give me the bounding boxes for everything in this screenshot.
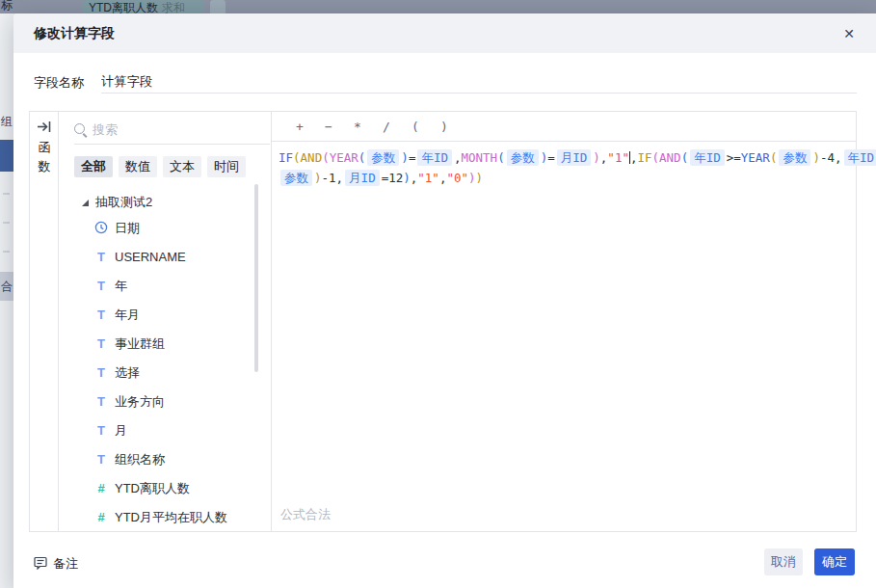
operator-button[interactable]: ) <box>435 112 454 142</box>
field-label: YTD离职人数 <box>115 481 190 495</box>
formula-token: IF <box>637 150 651 165</box>
formula-token: ) <box>314 171 322 185</box>
formula-token: = <box>409 150 416 165</box>
field-item[interactable]: T年 <box>93 272 127 301</box>
confirm-button[interactable]: 确定 <box>814 548 855 575</box>
note-link[interactable]: 备注 <box>34 555 78 573</box>
field-label: 日期 <box>115 221 140 235</box>
search-icon <box>74 123 85 134</box>
formula-token: ( <box>770 150 778 165</box>
tab-全部[interactable]: 全部 <box>74 156 113 177</box>
field-item[interactable]: #YTD离职人数 <box>93 474 190 503</box>
formula-token: ) <box>468 171 476 185</box>
field-item[interactable]: T选择 <box>93 359 140 388</box>
field-token: 参数 <box>367 149 399 166</box>
text-field-icon: T <box>93 388 109 416</box>
formula-token: "0" <box>446 171 468 185</box>
formula-token: , <box>454 150 462 165</box>
screen: 标 YTD离职人数求和 组 合 修改计算字段 ✕ 字段名称 <box>0 0 876 588</box>
expand-panel-icon[interactable] <box>37 120 52 134</box>
operator-button[interactable]: / <box>377 112 396 142</box>
close-icon[interactable]: ✕ <box>840 25 858 42</box>
field-item[interactable]: 日期 <box>93 214 140 243</box>
formula-token: ) <box>476 171 484 185</box>
field-item[interactable]: T业务方向 <box>93 388 165 416</box>
formula-token: AND <box>659 150 681 165</box>
tree-node-dataset[interactable]: 抽取测试2 <box>82 191 152 214</box>
tab-时间[interactable]: 时间 <box>207 156 246 177</box>
operator-button[interactable]: ( <box>406 112 425 142</box>
formula-token: >= <box>727 150 741 165</box>
text-field-icon: T <box>93 359 109 388</box>
tab-数值[interactable]: 数值 <box>119 156 157 177</box>
field-name-row: 字段名称 <box>34 71 857 94</box>
dialog-footer: 备注 取消 确定 <box>13 532 876 588</box>
formula-token: YEAR <box>741 150 770 165</box>
field-name-input[interactable] <box>101 71 857 94</box>
formula-token: -4, <box>820 150 842 165</box>
field-item[interactable]: T年月 <box>93 301 140 330</box>
field-label: 年月 <box>115 307 140 322</box>
search-placeholder: 搜索 <box>93 121 118 139</box>
background-left-panel: 组 合 <box>0 13 13 588</box>
formula-pane: +−*/() IF(AND(YEAR(参数)=年ID,MONTH(参数)=月ID… <box>272 112 856 531</box>
formula-editor[interactable]: IF(AND(YEAR(参数)=年ID,MONTH(参数)=月ID),"1",I… <box>279 147 850 502</box>
field-token: 月ID <box>345 170 380 186</box>
formula-line: 参数)-1,月ID=12),"1","0")) <box>279 168 850 188</box>
formula-validity-status: 公式合法 <box>280 506 331 523</box>
formula-token: ) <box>593 150 600 165</box>
background-partial-text: 标 <box>1 0 13 13</box>
note-icon <box>34 556 47 570</box>
field-tree: 抽取测试2 日期TUSERNAMET年T年月T事业群组T选择T业务方向T月T组织… <box>59 191 271 531</box>
dialog-title: 修改计算字段 <box>34 13 115 53</box>
background-row-stub <box>3 193 10 195</box>
rail-label-char: 数 <box>30 158 59 175</box>
formula-token: YEAR <box>330 150 358 165</box>
field-label: 组织名称 <box>115 452 165 467</box>
field-name-label: 字段名称 <box>34 74 84 92</box>
editor-panel: 函 数 搜索 全部数值文本时间 抽取测试2 日期TUSERNAMET年T年月T事… <box>29 111 857 532</box>
formula-token: ) <box>812 150 820 165</box>
number-field-icon: # <box>93 503 109 531</box>
formula-token: ) <box>403 171 411 185</box>
date-field-icon <box>93 214 109 243</box>
formula-token: -1, <box>322 171 344 185</box>
formula-token: "1" <box>417 171 439 185</box>
formula-token: IF <box>279 150 293 165</box>
formula-token: ( <box>652 150 660 165</box>
formula-token: MONTH <box>462 150 498 165</box>
field-item[interactable]: TUSERNAME <box>93 243 186 272</box>
field-type-tabs: 全部数值文本时间 <box>74 156 246 177</box>
formula-token: ( <box>681 150 689 165</box>
field-label: YTD月平均在职人数 <box>115 510 227 524</box>
note-label: 备注 <box>53 556 78 571</box>
field-item[interactable]: #YTD月平均在职人数 <box>93 503 227 531</box>
field-token: 参数 <box>507 149 539 166</box>
measure-pill-label: YTD离职人数 <box>89 1 158 13</box>
formula-token: ) <box>401 150 409 165</box>
search-box[interactable]: 搜索 <box>74 121 270 145</box>
operator-button[interactable]: + <box>290 112 309 142</box>
field-item[interactable]: T事业群组 <box>93 330 165 359</box>
text-field-icon: T <box>93 445 109 474</box>
field-label: 选择 <box>115 365 140 380</box>
operator-button[interactable]: − <box>319 112 338 142</box>
field-item[interactable]: T月 <box>93 416 127 445</box>
cancel-button[interactable]: 取消 <box>764 548 803 575</box>
formula-token: ( <box>293 150 301 165</box>
background-selected-row <box>0 140 13 172</box>
caret-expanded-icon <box>82 200 89 206</box>
field-list-pane: 搜索 全部数值文本时间 抽取测试2 日期TUSERNAMET年T年月T事业群组T… <box>59 112 272 531</box>
formula-line: IF(AND(YEAR(参数)=年ID,MONTH(参数)=月ID),"1",I… <box>279 147 850 168</box>
formula-token: AND <box>301 150 323 165</box>
field-token: 年ID <box>690 149 725 166</box>
text-field-icon: T <box>93 416 109 445</box>
tab-文本[interactable]: 文本 <box>163 156 201 177</box>
function-rail[interactable]: 函 数 <box>30 112 59 531</box>
list-scrollbar[interactable] <box>254 184 258 372</box>
field-token: 年ID <box>417 149 452 166</box>
measure-pill-stub <box>210 0 226 13</box>
operator-button[interactable]: * <box>348 112 367 142</box>
field-item[interactable]: T组织名称 <box>93 445 165 474</box>
field-token: 参数 <box>779 149 810 166</box>
